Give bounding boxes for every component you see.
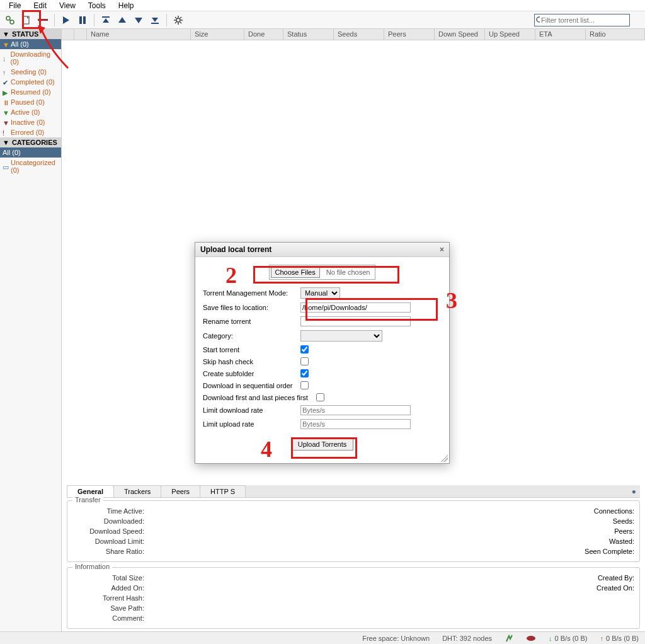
menu-file[interactable]: File bbox=[3, 0, 27, 11]
col-icon[interactable] bbox=[74, 29, 87, 40]
skip-hash-checkbox[interactable] bbox=[300, 357, 309, 365]
label-downloaded: Downloaded: bbox=[72, 517, 148, 525]
category-select[interactable] bbox=[300, 330, 382, 342]
col-seeds[interactable]: Seeds bbox=[334, 29, 384, 40]
label-rename: Rename torrent bbox=[203, 318, 300, 325]
panel-title: Transfer bbox=[72, 496, 103, 503]
up-arrow-icon: ↑ bbox=[600, 635, 604, 642]
sidebar-item-seeding[interactable]: ↑Seeding (0) bbox=[0, 67, 61, 77]
column-headers: Name Size Done Status Seeds Peers Down S… bbox=[62, 29, 645, 40]
menu-edit[interactable]: Edit bbox=[27, 0, 53, 11]
label-download-speed: Download Speed: bbox=[72, 527, 148, 535]
play-icon[interactable] bbox=[59, 13, 74, 27]
filter-icon: ▼ bbox=[3, 41, 9, 47]
collapse-icon[interactable]: ● bbox=[632, 487, 636, 496]
label-torrent-hash: Torrent Hash: bbox=[72, 594, 148, 602]
sidebar-item-all[interactable]: ▼All (0) bbox=[0, 39, 61, 49]
tab-peers[interactable]: Peers bbox=[161, 485, 200, 497]
menu-help[interactable]: Help bbox=[112, 0, 140, 11]
pause-icon[interactable] bbox=[75, 13, 90, 27]
separator bbox=[166, 14, 167, 26]
resize-handle[interactable] bbox=[440, 454, 448, 462]
sidebar-item-resumed[interactable]: ▶Resumed (0) bbox=[0, 87, 61, 97]
file-chooser[interactable]: Choose Files No file chosen bbox=[269, 265, 376, 280]
transfer-panel: Transfer Time Active: Downloaded: Downlo… bbox=[67, 500, 640, 562]
sidebar-categories-header[interactable]: ▼ CATEGORIES bbox=[0, 137, 61, 147]
sidebar-cat-all[interactable]: All (0) bbox=[0, 147, 61, 158]
move-up-icon[interactable] bbox=[115, 13, 130, 27]
sidebar: ▼ STATUS ▼All (0) ↓Downloading (0) ↑Seed… bbox=[0, 29, 62, 631]
sidebar-item-paused[interactable]: ⏸Paused (0) bbox=[0, 97, 61, 107]
svg-point-20 bbox=[527, 636, 535, 641]
remove-icon[interactable] bbox=[35, 13, 50, 27]
label-limit-down: Limit download rate bbox=[203, 406, 300, 414]
dialog-titlebar[interactable]: Upload local torrent × bbox=[195, 243, 449, 257]
label-share-ratio: Share Ratio: bbox=[72, 548, 148, 555]
col-size[interactable]: Size bbox=[191, 29, 244, 40]
col-downspeed[interactable]: Down Speed bbox=[435, 29, 485, 40]
sidebar-item-active[interactable]: ▼Active (0) bbox=[0, 107, 61, 117]
sidebar-cat-uncategorized[interactable]: ▭Uncategorized (0) bbox=[0, 158, 61, 175]
start-torrent-checkbox[interactable] bbox=[300, 345, 309, 354]
settings-icon[interactable] bbox=[171, 13, 186, 27]
svg-rect-5 bbox=[79, 16, 82, 24]
col-status[interactable]: Status bbox=[283, 29, 334, 40]
information-panel: Information Total Size: Added On: Torren… bbox=[67, 567, 640, 629]
down-arrow-icon: ↓ bbox=[3, 55, 9, 61]
tab-trackers[interactable]: Trackers bbox=[113, 485, 161, 497]
limit-up-input[interactable] bbox=[300, 419, 411, 429]
label-seeds: Seeds: bbox=[613, 517, 634, 525]
create-subfolder-checkbox[interactable] bbox=[300, 369, 309, 377]
col-ratio[interactable]: Ratio bbox=[586, 29, 645, 40]
add-link-icon[interactable] bbox=[3, 13, 18, 27]
col-done[interactable]: Done bbox=[244, 29, 283, 40]
move-bottom-icon[interactable] bbox=[147, 13, 163, 27]
label-first-last: Download first and last pieces first bbox=[203, 394, 316, 401]
sidebar-item-inactive[interactable]: ▼Inactive (0) bbox=[0, 117, 61, 127]
col-upspeed[interactable]: Up Speed bbox=[485, 29, 535, 40]
filter-icon: ▼ bbox=[3, 109, 9, 115]
label-added-on: Added On: bbox=[72, 584, 148, 592]
menu-tools[interactable]: Tools bbox=[82, 0, 112, 11]
down-arrow-icon: ↓ bbox=[549, 635, 552, 642]
move-top-icon[interactable] bbox=[98, 13, 113, 27]
pause-icon: ⏸ bbox=[3, 99, 9, 105]
tab-http[interactable]: HTTP S bbox=[200, 485, 246, 497]
label-comment: Comment: bbox=[72, 614, 148, 622]
move-down-icon[interactable] bbox=[131, 13, 146, 27]
save-location-input[interactable] bbox=[300, 302, 411, 313]
col-peers[interactable]: Peers bbox=[384, 29, 435, 40]
svg-line-16 bbox=[175, 22, 176, 23]
status-download[interactable]: ↓ 0 B/s (0 B) bbox=[549, 635, 587, 642]
svg-point-9 bbox=[176, 18, 180, 22]
limit-down-input[interactable] bbox=[300, 405, 411, 415]
search-box[interactable] bbox=[534, 14, 630, 26]
col-icon[interactable] bbox=[62, 29, 74, 40]
svg-rect-7 bbox=[102, 16, 110, 18]
sidebar-item-completed[interactable]: ✔Completed (0) bbox=[0, 77, 61, 87]
rename-input[interactable] bbox=[300, 316, 411, 326]
add-file-icon[interactable] bbox=[19, 13, 34, 27]
panel-title: Information bbox=[72, 563, 112, 570]
mgmt-mode-select[interactable]: Manual bbox=[300, 287, 340, 299]
dialog-title-text: Upload local torrent bbox=[200, 245, 271, 254]
col-eta[interactable]: ETA bbox=[535, 29, 586, 40]
choose-files-button[interactable]: Choose Files bbox=[271, 267, 320, 278]
label-download-limit: Download Limit: bbox=[72, 538, 148, 545]
check-icon: ✔ bbox=[3, 79, 9, 85]
menu-view[interactable]: View bbox=[53, 0, 82, 11]
sequential-checkbox[interactable] bbox=[300, 381, 309, 389]
sidebar-item-downloading[interactable]: ↓Downloading (0) bbox=[0, 49, 61, 67]
status-alt-speed-icon[interactable] bbox=[526, 635, 536, 641]
first-last-checkbox[interactable] bbox=[316, 393, 324, 401]
label-created-by: Created By: bbox=[598, 574, 634, 582]
status-connection-icon[interactable] bbox=[505, 634, 513, 643]
sidebar-status-header[interactable]: ▼ STATUS bbox=[0, 29, 61, 39]
status-upload[interactable]: ↑ 0 B/s (0 B) bbox=[600, 635, 639, 642]
upload-torrents-button[interactable]: Upload Torrents bbox=[291, 438, 353, 451]
col-name[interactable]: Name bbox=[87, 29, 191, 40]
label-save-path: Save Path: bbox=[72, 604, 148, 612]
sidebar-item-errored[interactable]: !Errored (0) bbox=[0, 127, 61, 137]
search-input[interactable] bbox=[540, 16, 629, 24]
close-icon[interactable]: × bbox=[440, 245, 444, 254]
